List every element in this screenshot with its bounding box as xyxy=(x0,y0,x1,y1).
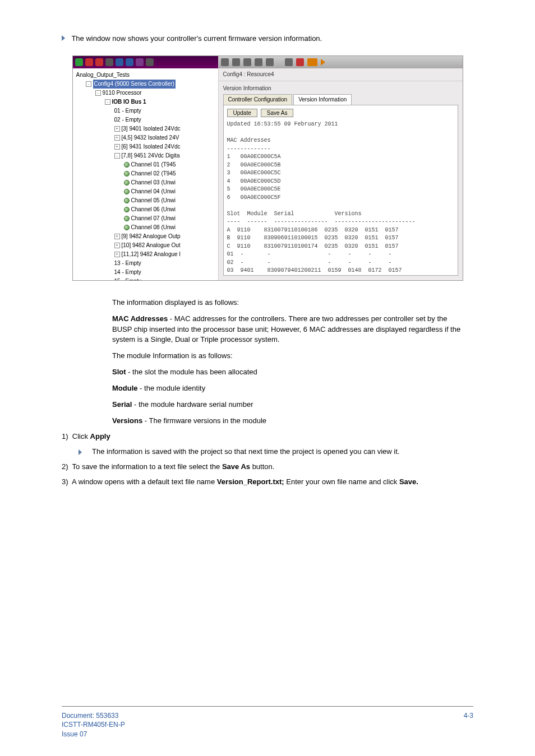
tree-slot[interactable]: [7,8] 9451 24Vdc Digita xyxy=(122,151,180,160)
mac-label: MAC Addresses xyxy=(112,314,168,323)
footer-code: ICSTT-RM405f-EN-P xyxy=(62,720,125,730)
table-header: Slot Module Serial Versions xyxy=(227,210,454,219)
tree-slot[interactable]: 02 - Empty xyxy=(114,115,141,124)
table-row: 03 9401 8309079401200211 0159 0148 0172 … xyxy=(227,267,454,275)
tree-slot[interactable]: [6] 9431 Isolated 24Vdc xyxy=(122,142,181,151)
tab-version-info[interactable]: Version Information xyxy=(293,94,352,105)
table-row: A 9110 8310079110100186 0235 0320 0151 0… xyxy=(227,226,454,235)
mac-header: MAC Addresses xyxy=(227,137,454,145)
field-versions: Versions - The firmware versions in the … xyxy=(112,416,462,426)
tree-slot[interactable]: [4,5] 9432 Isolated 24V xyxy=(122,133,179,142)
tree-slot[interactable]: [9] 9482 Analogue Outp xyxy=(122,232,181,241)
step-1: 1) Click Apply The information is saved … xyxy=(62,432,462,457)
body-text: The information displayed is as follows:… xyxy=(62,298,473,488)
tree-channel[interactable]: Channel 02 (T945 xyxy=(131,169,176,178)
section-title: Version Information xyxy=(219,81,463,94)
footer-doc: Document: 553633 xyxy=(62,711,125,721)
tree-channel[interactable]: Channel 03 (Unwi xyxy=(131,178,176,187)
mac-row: 3 00A0EC000C5C xyxy=(227,169,454,178)
table-row: 01 - - - - - - xyxy=(227,251,454,259)
mod-intro: The module Information is as follows: xyxy=(112,351,462,361)
left-toolbar xyxy=(73,56,218,68)
field-module: Module - the module identity xyxy=(112,383,462,394)
tree-slot[interactable]: [10] 9482 Analogue Out xyxy=(122,241,181,250)
tree-slot[interactable]: [11,12] 9482 Analogue I xyxy=(122,250,181,259)
tree-slot[interactable]: [3] 9401 Isolated 24Vdc xyxy=(122,124,181,133)
mac-row: 1 00A0EC000C5A xyxy=(227,153,454,161)
footer-page: 4-3 xyxy=(464,711,473,739)
tree-config[interactable]: Config4 (9000 Series Controller) xyxy=(93,80,176,89)
tab-controller-config[interactable]: Controller Configuration xyxy=(223,94,293,105)
step-3: 3) A window opens with a default text fi… xyxy=(62,477,462,488)
arrow-icon xyxy=(62,35,65,41)
arrow-icon xyxy=(79,449,82,455)
mac-paragraph: MAC Addresses - MAC addresses for the co… xyxy=(112,314,462,346)
update-button[interactable]: Update xyxy=(227,109,257,117)
tree-channel[interactable]: Channel 05 (Unwi xyxy=(131,196,176,205)
table-row: B 9110 8309069110100015 0235 0320 0151 0… xyxy=(227,234,454,243)
field-slot: Slot - the slot the module has been allo… xyxy=(112,367,462,378)
mac-row: 5 00A0EC000C5E xyxy=(227,185,454,194)
step-2: 2) To save the information to a text fil… xyxy=(62,462,462,472)
tree-iobus[interactable]: IOB IO Bus 1 xyxy=(112,98,146,106)
version-pane: Update Save As Updated 16:53:55 09 Febru… xyxy=(223,105,458,276)
table-row: 02 - - - - - - xyxy=(227,259,454,267)
tree-slot[interactable]: 13 - Empty xyxy=(114,259,141,268)
tree-slot[interactable]: 14 - Empty xyxy=(114,268,141,277)
screenshot-region: Analog_Output_Tests -Config4 (9000 Serie… xyxy=(72,55,463,281)
tree-channel[interactable]: Channel 06 (Unwi xyxy=(131,205,176,214)
page-footer: Document: 553633 ICSTT-RM405f-EN-P Issue… xyxy=(62,706,473,739)
mac-row: 2 00A0EC000C5B xyxy=(227,161,454,170)
tree-channel[interactable]: Channel 07 (Unwi xyxy=(131,214,176,223)
right-toolbar xyxy=(219,56,463,68)
mac-row: 6 00A0EC000C5F xyxy=(227,194,454,202)
tree-root[interactable]: Analog_Output_Tests xyxy=(76,71,130,80)
disp-intro: The information displayed is as follows: xyxy=(112,298,462,308)
tree-view[interactable]: Analog_Output_Tests -Config4 (9000 Serie… xyxy=(73,68,218,280)
tree-slot[interactable]: 01 - Empty xyxy=(114,106,141,115)
intro-bullet: The window now shows your controller's c… xyxy=(62,34,473,44)
step-1-sub: The information is saved with the projec… xyxy=(62,447,462,457)
tree-processor[interactable]: 9110 Processor xyxy=(103,89,142,98)
mac-row: 4 00A0EC000C5D xyxy=(227,178,454,186)
updated-line: Updated 16:53:55 09 February 2011 xyxy=(227,120,454,129)
breadcrumb: Config4 : Resource4 xyxy=(219,68,463,82)
tree-channel[interactable]: Channel 08 (Unwi xyxy=(131,223,176,232)
tree-channel[interactable]: Channel 04 (Unwi xyxy=(131,187,176,196)
intro-text: The window now shows your controller's c… xyxy=(71,34,322,43)
table-row: C 9110 8310079110100174 0235 0320 0151 0… xyxy=(227,243,454,251)
field-serial: Serial - the module hardware serial numb… xyxy=(112,400,462,410)
tree-channel[interactable]: Channel 01 (T945 xyxy=(131,160,176,169)
table-row: 04 9432 7508089432100001 0159 0148 0172 … xyxy=(227,275,454,276)
footer-issue: Issue 07 xyxy=(62,730,125,739)
tree-slot[interactable]: 15 - Empty xyxy=(114,277,141,280)
save-as-button[interactable]: Save As xyxy=(261,109,294,117)
